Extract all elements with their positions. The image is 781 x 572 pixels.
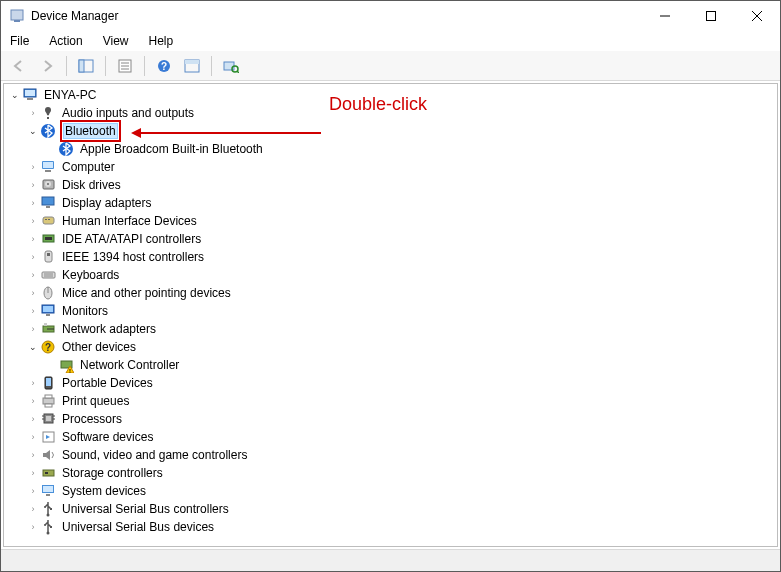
hid-icon bbox=[40, 213, 57, 229]
menu-help[interactable]: Help bbox=[146, 33, 177, 49]
tree-item-label: Universal Serial Bus controllers bbox=[60, 500, 231, 518]
tree-item[interactable]: › Processors bbox=[26, 410, 777, 428]
close-button[interactable] bbox=[734, 1, 780, 31]
expand-arrow-icon[interactable]: › bbox=[26, 482, 40, 500]
tree-item-label: Display adapters bbox=[60, 194, 153, 212]
expand-arrow-icon[interactable]: › bbox=[26, 428, 40, 446]
app-icon bbox=[9, 8, 25, 24]
toolbar-separator bbox=[144, 56, 145, 76]
tree-item[interactable]: › Portable Devices bbox=[26, 374, 777, 392]
usb-icon bbox=[40, 519, 57, 535]
menu-file[interactable]: File bbox=[7, 33, 32, 49]
tree-item-label: IDE ATA/ATAPI controllers bbox=[60, 230, 203, 248]
expand-arrow-icon[interactable]: › bbox=[26, 374, 40, 392]
tree-item[interactable]: › Computer bbox=[26, 158, 777, 176]
mouse-icon bbox=[40, 285, 57, 301]
tree-item[interactable]: Network Controller bbox=[44, 356, 777, 374]
back-button[interactable] bbox=[7, 54, 31, 78]
highlight-box: Bluetooth bbox=[60, 120, 121, 142]
disk-icon bbox=[40, 177, 57, 193]
tree-item-label: Network Controller bbox=[78, 356, 181, 374]
maximize-button[interactable] bbox=[688, 1, 734, 31]
other-warn-icon bbox=[58, 357, 75, 373]
tree-item-label: Bluetooth bbox=[63, 123, 118, 139]
svg-rect-1 bbox=[14, 20, 20, 22]
tree-view[interactable]: ⌄ ENYA-PC › Audio inputs and outputs ⌄ B… bbox=[3, 83, 778, 547]
expand-arrow-icon[interactable]: › bbox=[26, 464, 40, 482]
tree-item[interactable]: › IEEE 1394 host controllers bbox=[26, 248, 777, 266]
forward-button[interactable] bbox=[35, 54, 59, 78]
tree-item[interactable]: › Sound, video and game controllers bbox=[26, 446, 777, 464]
expand-arrow-icon[interactable]: › bbox=[26, 248, 40, 266]
tree-item[interactable]: › Network adapters bbox=[26, 320, 777, 338]
tree-item[interactable]: › Software devices bbox=[26, 428, 777, 446]
tree-item[interactable]: ⌄ Other devices bbox=[26, 338, 777, 356]
expand-arrow-icon[interactable]: › bbox=[26, 320, 40, 338]
titlebar[interactable]: Device Manager bbox=[1, 1, 780, 31]
system-icon bbox=[40, 483, 57, 499]
help-button[interactable]: ? bbox=[152, 54, 176, 78]
expand-arrow-icon[interactable]: › bbox=[26, 392, 40, 410]
window-controls bbox=[642, 1, 780, 31]
tree-item-label: Keyboards bbox=[60, 266, 121, 284]
expand-arrow-icon[interactable]: › bbox=[26, 284, 40, 302]
toolbar-separator bbox=[211, 56, 212, 76]
expand-arrow-icon[interactable]: › bbox=[26, 104, 40, 122]
menu-view[interactable]: View bbox=[100, 33, 132, 49]
tree-item-label: Mice and other pointing devices bbox=[60, 284, 233, 302]
computer-icon bbox=[40, 159, 57, 175]
properties-button[interactable] bbox=[113, 54, 137, 78]
minimize-button[interactable] bbox=[642, 1, 688, 31]
tree-item[interactable]: Apple Broadcom Built-in Bluetooth bbox=[44, 140, 777, 158]
tree-item-label: Apple Broadcom Built-in Bluetooth bbox=[78, 140, 265, 158]
expand-arrow-icon[interactable]: ⌄ bbox=[26, 122, 40, 140]
tree-item[interactable]: › System devices bbox=[26, 482, 777, 500]
expand-arrow-icon[interactable]: › bbox=[26, 266, 40, 284]
tree-item-label: Storage controllers bbox=[60, 464, 165, 482]
tree-item[interactable]: › Audio inputs and outputs bbox=[26, 104, 777, 122]
toolbar-separator bbox=[105, 56, 106, 76]
tree-item[interactable]: › Keyboards bbox=[26, 266, 777, 284]
tree-item[interactable]: › Disk drives bbox=[26, 176, 777, 194]
expand-arrow-icon[interactable]: ⌄ bbox=[8, 86, 22, 104]
action-button[interactable] bbox=[180, 54, 204, 78]
network-icon bbox=[40, 321, 57, 337]
menu-action[interactable]: Action bbox=[46, 33, 85, 49]
tree-item-label: Print queues bbox=[60, 392, 131, 410]
other-icon bbox=[40, 339, 57, 355]
printer-icon bbox=[40, 393, 57, 409]
expand-arrow-icon[interactable]: › bbox=[26, 212, 40, 230]
expand-arrow-icon[interactable]: › bbox=[26, 158, 40, 176]
tree-item[interactable]: › Universal Serial Bus controllers bbox=[26, 500, 777, 518]
expand-arrow-icon[interactable]: › bbox=[26, 410, 40, 428]
tree-item[interactable]: › Monitors bbox=[26, 302, 777, 320]
tree-item[interactable]: › Human Interface Devices bbox=[26, 212, 777, 230]
scan-button[interactable] bbox=[219, 54, 243, 78]
console-tree-button[interactable] bbox=[74, 54, 98, 78]
cpu-icon bbox=[40, 411, 57, 427]
expand-arrow-icon[interactable]: › bbox=[26, 176, 40, 194]
tree-root[interactable]: ⌄ ENYA-PC bbox=[8, 86, 777, 104]
expand-arrow-icon[interactable]: › bbox=[26, 230, 40, 248]
tree-item[interactable]: › Print queues bbox=[26, 392, 777, 410]
tree-item[interactable]: › Mice and other pointing devices bbox=[26, 284, 777, 302]
tree-item[interactable]: › IDE ATA/ATAPI controllers bbox=[26, 230, 777, 248]
expand-arrow-icon[interactable]: › bbox=[26, 194, 40, 212]
expand-arrow-icon[interactable]: › bbox=[26, 518, 40, 536]
expand-arrow-icon[interactable]: › bbox=[26, 302, 40, 320]
svg-rect-3 bbox=[707, 12, 716, 21]
expand-arrow-icon[interactable]: ⌄ bbox=[26, 338, 40, 356]
bluetooth-icon bbox=[58, 141, 75, 157]
tree-item-label: Processors bbox=[60, 410, 124, 428]
tree-item-label: IEEE 1394 host controllers bbox=[60, 248, 206, 266]
audio-icon bbox=[40, 105, 57, 121]
expand-arrow-icon[interactable]: › bbox=[26, 446, 40, 464]
tree-item[interactable]: › Universal Serial Bus devices bbox=[26, 518, 777, 536]
tree-item[interactable]: ⌄ Bluetooth bbox=[26, 122, 777, 140]
expand-arrow-icon[interactable]: › bbox=[26, 500, 40, 518]
tree-item-label: Monitors bbox=[60, 302, 110, 320]
tree-item[interactable]: › Storage controllers bbox=[26, 464, 777, 482]
status-bar bbox=[1, 549, 780, 571]
tree-item[interactable]: › Display adapters bbox=[26, 194, 777, 212]
tree-item-label: Software devices bbox=[60, 428, 155, 446]
